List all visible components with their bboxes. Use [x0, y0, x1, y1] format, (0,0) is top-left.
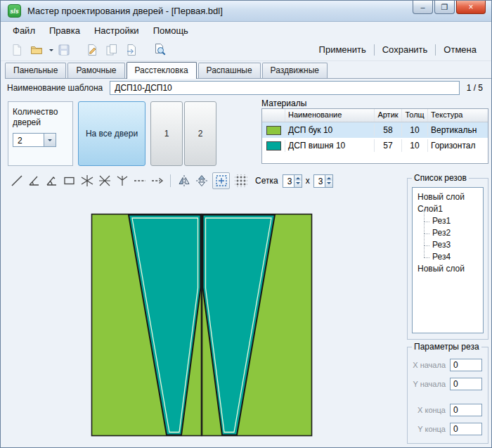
tab-swing-doors[interactable]: Распашные: [198, 63, 261, 78]
grid-x-value: 3: [283, 175, 294, 187]
minimize-button[interactable]: –: [413, 1, 433, 14]
copy-icon[interactable]: [103, 41, 121, 59]
dashed-line-tool-icon[interactable]: [131, 172, 148, 189]
template-name-row: Наименование шаблона 1 / 5: [1, 79, 491, 96]
spin-up-icon[interactable]: [325, 175, 332, 181]
action-buttons: Применить Сохранить Отмена: [311, 41, 484, 58]
select-area-tool-icon[interactable]: [212, 172, 230, 189]
door-count-select[interactable]: 2: [13, 133, 56, 147]
grid-y-stepper[interactable]: 3: [313, 174, 333, 188]
y-start-input[interactable]: [450, 378, 482, 390]
template-name-label: Наименование шаблона: [7, 83, 103, 93]
list-item-new-layer[interactable]: Новый слой: [417, 191, 481, 203]
material-thickness: 10: [402, 124, 428, 136]
grid-x-stepper[interactable]: 3: [283, 174, 302, 188]
list-item-cut3[interactable]: Рез3: [417, 239, 481, 251]
menu-edit[interactable]: Правка: [43, 23, 86, 38]
cut-params-group: Параметры реза X начала Y начала X конца…: [407, 347, 488, 444]
all-doors-button[interactable]: На все двери: [78, 101, 145, 166]
tab-glazing[interactable]: Расстекловка: [127, 62, 197, 79]
list-item-layer1[interactable]: Слой1: [417, 203, 481, 215]
door-count-value: 2: [13, 134, 44, 146]
flip-horizontal-icon[interactable]: [175, 172, 193, 189]
angle-base-tool-icon[interactable]: [43, 172, 60, 189]
menu-help[interactable]: Помощь: [147, 23, 195, 38]
column-thickness: Толщ: [402, 109, 428, 122]
template-pager: 1 / 5: [467, 83, 483, 93]
open-icon[interactable]: [27, 41, 46, 59]
tab-strip: Панельные Рамочные Расстекловка Распашны…: [5, 63, 491, 79]
material-color-swatch: [266, 141, 281, 151]
y-end-label: Y конца: [417, 425, 446, 433]
edit-template-icon[interactable]: [83, 41, 101, 59]
material-name: ДСП вишня 10: [285, 139, 375, 152]
rectangle-tool-icon[interactable]: [60, 172, 78, 189]
cut-params-title: Параметры реза: [412, 342, 481, 352]
right-door: [202, 215, 312, 436]
separator: [170, 174, 171, 187]
rays-cross-horizontal-tool-icon[interactable]: [96, 172, 113, 189]
dashed-arrow-tool-icon[interactable]: [148, 172, 166, 189]
list-item-new-layer-2[interactable]: Новый слой: [417, 263, 481, 275]
cancel-button[interactable]: Отмена: [436, 41, 484, 58]
spin-down-icon[interactable]: [325, 181, 332, 187]
door-2-button[interactable]: 2: [184, 101, 216, 166]
material-thickness: 10: [402, 139, 428, 152]
material-texture: Горизонтал: [428, 139, 488, 152]
window-controls: – ❐ ×: [411, 1, 486, 14]
material-texture: Вертикальн: [428, 124, 488, 136]
door-design-canvas[interactable]: [91, 213, 313, 437]
x-start-label: X начала: [413, 361, 446, 369]
material-name: ДСП бук 10: [285, 124, 375, 136]
close-button[interactable]: ×: [456, 1, 486, 14]
tab-sliding-doors[interactable]: Раздвижные: [262, 63, 328, 78]
menu-file[interactable]: Файл: [6, 23, 41, 38]
print-preview-icon[interactable]: [150, 41, 169, 59]
open-dropdown-icon[interactable]: [47, 41, 55, 59]
maximize-button[interactable]: ❐: [434, 1, 455, 14]
cuts-group-title: Список резов: [412, 173, 469, 183]
spin-up-icon[interactable]: [294, 175, 302, 181]
list-item-cut1[interactable]: Рез1: [417, 215, 481, 227]
x-start-input[interactable]: [450, 359, 482, 371]
apply-button[interactable]: Применить: [311, 41, 374, 58]
material-color-swatch: [266, 126, 281, 135]
tab-panel-doors[interactable]: Панельные: [5, 63, 66, 78]
left-door: [92, 215, 202, 436]
export-icon[interactable]: [122, 41, 141, 59]
rays-cross-vertical-tool-icon[interactable]: [78, 172, 96, 189]
rays-fork-tool-icon[interactable]: [113, 172, 131, 189]
material-article: 57: [375, 139, 402, 152]
table-row[interactable]: ДСП бук 10 58 10 Вертикальн: [262, 122, 488, 138]
cuts-tree: Новый слой Слой1 Рез1 Рез2 Рез3 Рез4 Нов…: [412, 187, 484, 333]
line-tool-icon[interactable]: [8, 172, 25, 189]
list-item-cut4[interactable]: Рез4: [417, 251, 481, 263]
grid-label: Сетка: [255, 176, 278, 186]
menu-settings[interactable]: Настройки: [88, 23, 145, 38]
chevron-down-icon[interactable]: [44, 134, 56, 146]
save-button[interactable]: Сохранить: [375, 41, 436, 58]
x-end-input[interactable]: [450, 404, 482, 416]
materials-table: Наименование Артик Толщ Текстура ДСП бук…: [261, 108, 488, 164]
grid-times-label: x: [306, 176, 310, 186]
save-icon[interactable]: [55, 41, 73, 59]
grid-tool-icon[interactable]: [232, 172, 250, 189]
tab-frame-doors[interactable]: Рамочные: [67, 63, 124, 78]
list-item-cut2[interactable]: Рез2: [417, 227, 481, 239]
materials-header: Наименование Артик Толщ Текстура: [262, 109, 488, 122]
new-document-icon[interactable]: [8, 41, 26, 59]
spin-down-icon[interactable]: [294, 181, 302, 187]
column-texture: Текстура: [428, 109, 488, 122]
file-toolbar: Применить Сохранить Отмена: [1, 39, 491, 61]
template-name-input[interactable]: [110, 81, 459, 95]
materials-title: Материалы: [261, 98, 306, 108]
flip-vertical-icon[interactable]: [193, 172, 210, 189]
drawing-toolbar: Сетка 3 x 3: [8, 172, 333, 190]
titlebar: sls Мастер проектирования дверей - [Перв…: [1, 1, 491, 22]
table-row[interactable]: ДСП вишня 10 57 10 Горизонтал: [262, 138, 488, 153]
y-end-input[interactable]: [450, 423, 482, 435]
door-count-box: Количество дверей 2: [8, 101, 73, 166]
grid-y-value: 3: [314, 175, 325, 187]
angle-tool-icon[interactable]: [25, 172, 43, 189]
door-1-button[interactable]: 1: [150, 101, 183, 166]
